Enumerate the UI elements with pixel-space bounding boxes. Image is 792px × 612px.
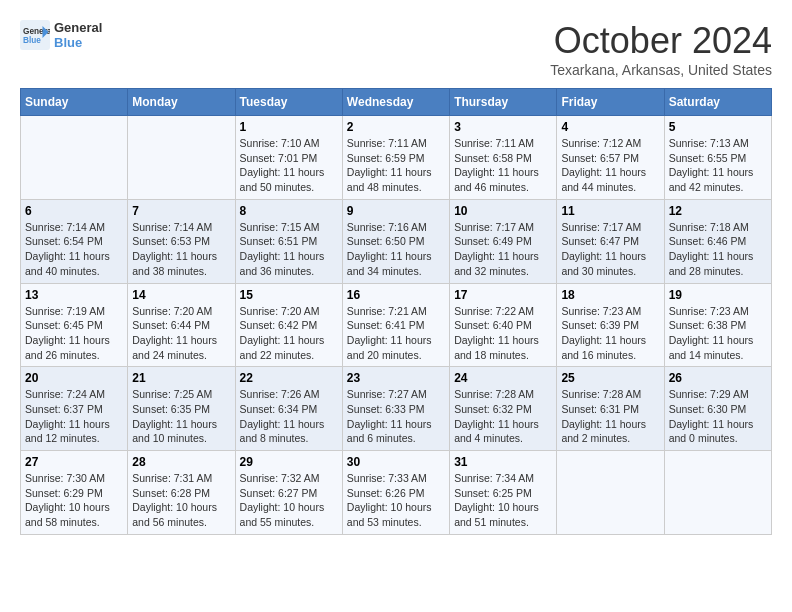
calendar-cell [128,116,235,200]
day-info: Sunrise: 7:29 AM Sunset: 6:30 PM Dayligh… [669,387,767,446]
day-info: Sunrise: 7:15 AM Sunset: 6:51 PM Dayligh… [240,220,338,279]
day-info: Sunrise: 7:26 AM Sunset: 6:34 PM Dayligh… [240,387,338,446]
sunset: Sunset: 6:47 PM [561,235,639,247]
calendar-cell [664,451,771,535]
daylight: Daylight: 11 hours and 30 minutes. [561,250,646,277]
daylight: Daylight: 11 hours and 38 minutes. [132,250,217,277]
weekday-header: Thursday [450,89,557,116]
day-number: 17 [454,288,552,302]
sunrise: Sunrise: 7:27 AM [347,388,427,400]
calendar-table: SundayMondayTuesdayWednesdayThursdayFrid… [20,88,772,535]
calendar-cell: 7 Sunrise: 7:14 AM Sunset: 6:53 PM Dayli… [128,199,235,283]
sunrise: Sunrise: 7:32 AM [240,472,320,484]
weekday-header: Tuesday [235,89,342,116]
calendar-cell: 24 Sunrise: 7:28 AM Sunset: 6:32 PM Dayl… [450,367,557,451]
sunset: Sunset: 7:01 PM [240,152,318,164]
day-number: 16 [347,288,445,302]
sunset: Sunset: 6:40 PM [454,319,532,331]
sunrise: Sunrise: 7:11 AM [347,137,427,149]
sunrise: Sunrise: 7:13 AM [669,137,749,149]
sunrise: Sunrise: 7:25 AM [132,388,212,400]
calendar-cell: 22 Sunrise: 7:26 AM Sunset: 6:34 PM Dayl… [235,367,342,451]
calendar-cell: 19 Sunrise: 7:23 AM Sunset: 6:38 PM Dayl… [664,283,771,367]
day-number: 23 [347,371,445,385]
daylight: Daylight: 10 hours and 51 minutes. [454,501,539,528]
day-info: Sunrise: 7:28 AM Sunset: 6:32 PM Dayligh… [454,387,552,446]
sunset: Sunset: 6:51 PM [240,235,318,247]
day-info: Sunrise: 7:33 AM Sunset: 6:26 PM Dayligh… [347,471,445,530]
calendar-week: 13 Sunrise: 7:19 AM Sunset: 6:45 PM Dayl… [21,283,772,367]
sunset: Sunset: 6:59 PM [347,152,425,164]
sunset: Sunset: 6:41 PM [347,319,425,331]
sunrise: Sunrise: 7:28 AM [561,388,641,400]
month-title: October 2024 [550,20,772,62]
day-info: Sunrise: 7:31 AM Sunset: 6:28 PM Dayligh… [132,471,230,530]
sunrise: Sunrise: 7:15 AM [240,221,320,233]
calendar-cell: 1 Sunrise: 7:10 AM Sunset: 7:01 PM Dayli… [235,116,342,200]
sunrise: Sunrise: 7:34 AM [454,472,534,484]
sunset: Sunset: 6:50 PM [347,235,425,247]
sunrise: Sunrise: 7:11 AM [454,137,534,149]
sunset: Sunset: 6:37 PM [25,403,103,415]
calendar-cell: 21 Sunrise: 7:25 AM Sunset: 6:35 PM Dayl… [128,367,235,451]
day-info: Sunrise: 7:30 AM Sunset: 6:29 PM Dayligh… [25,471,123,530]
day-info: Sunrise: 7:16 AM Sunset: 6:50 PM Dayligh… [347,220,445,279]
sunrise: Sunrise: 7:31 AM [132,472,212,484]
weekday-header: Saturday [664,89,771,116]
sunrise: Sunrise: 7:18 AM [669,221,749,233]
day-number: 3 [454,120,552,134]
daylight: Daylight: 11 hours and 4 minutes. [454,418,539,445]
daylight: Daylight: 11 hours and 22 minutes. [240,334,325,361]
daylight: Daylight: 11 hours and 36 minutes. [240,250,325,277]
day-number: 5 [669,120,767,134]
day-info: Sunrise: 7:32 AM Sunset: 6:27 PM Dayligh… [240,471,338,530]
calendar-cell: 20 Sunrise: 7:24 AM Sunset: 6:37 PM Dayl… [21,367,128,451]
day-info: Sunrise: 7:25 AM Sunset: 6:35 PM Dayligh… [132,387,230,446]
sunset: Sunset: 6:29 PM [25,487,103,499]
calendar-cell: 30 Sunrise: 7:33 AM Sunset: 6:26 PM Dayl… [342,451,449,535]
sunset: Sunset: 6:28 PM [132,487,210,499]
sunrise: Sunrise: 7:17 AM [454,221,534,233]
sunrise: Sunrise: 7:24 AM [25,388,105,400]
header-row: SundayMondayTuesdayWednesdayThursdayFrid… [21,89,772,116]
day-number: 12 [669,204,767,218]
daylight: Daylight: 11 hours and 14 minutes. [669,334,754,361]
day-info: Sunrise: 7:11 AM Sunset: 6:59 PM Dayligh… [347,136,445,195]
day-number: 28 [132,455,230,469]
calendar-body: 1 Sunrise: 7:10 AM Sunset: 7:01 PM Dayli… [21,116,772,535]
day-number: 4 [561,120,659,134]
day-info: Sunrise: 7:28 AM Sunset: 6:31 PM Dayligh… [561,387,659,446]
sunrise: Sunrise: 7:19 AM [25,305,105,317]
day-info: Sunrise: 7:27 AM Sunset: 6:33 PM Dayligh… [347,387,445,446]
sunrise: Sunrise: 7:14 AM [132,221,212,233]
day-info: Sunrise: 7:19 AM Sunset: 6:45 PM Dayligh… [25,304,123,363]
sunset: Sunset: 6:58 PM [454,152,532,164]
sunset: Sunset: 6:27 PM [240,487,318,499]
logo-line2: Blue [54,35,102,50]
calendar-cell: 18 Sunrise: 7:23 AM Sunset: 6:39 PM Dayl… [557,283,664,367]
daylight: Daylight: 11 hours and 18 minutes. [454,334,539,361]
day-number: 2 [347,120,445,134]
sunset: Sunset: 6:26 PM [347,487,425,499]
calendar-cell: 27 Sunrise: 7:30 AM Sunset: 6:29 PM Dayl… [21,451,128,535]
sunrise: Sunrise: 7:26 AM [240,388,320,400]
daylight: Daylight: 11 hours and 42 minutes. [669,166,754,193]
day-number: 26 [669,371,767,385]
sunset: Sunset: 6:35 PM [132,403,210,415]
weekday-header: Monday [128,89,235,116]
logo: General Blue General Blue [20,20,102,50]
sunrise: Sunrise: 7:22 AM [454,305,534,317]
daylight: Daylight: 11 hours and 28 minutes. [669,250,754,277]
calendar-cell: 31 Sunrise: 7:34 AM Sunset: 6:25 PM Dayl… [450,451,557,535]
sunset: Sunset: 6:42 PM [240,319,318,331]
sunrise: Sunrise: 7:23 AM [669,305,749,317]
calendar-cell: 25 Sunrise: 7:28 AM Sunset: 6:31 PM Dayl… [557,367,664,451]
calendar-cell: 14 Sunrise: 7:20 AM Sunset: 6:44 PM Dayl… [128,283,235,367]
day-info: Sunrise: 7:12 AM Sunset: 6:57 PM Dayligh… [561,136,659,195]
daylight: Daylight: 10 hours and 55 minutes. [240,501,325,528]
calendar-cell: 23 Sunrise: 7:27 AM Sunset: 6:33 PM Dayl… [342,367,449,451]
logo-line1: General [54,20,102,35]
sunrise: Sunrise: 7:28 AM [454,388,534,400]
calendar-cell: 8 Sunrise: 7:15 AM Sunset: 6:51 PM Dayli… [235,199,342,283]
sunrise: Sunrise: 7:17 AM [561,221,641,233]
